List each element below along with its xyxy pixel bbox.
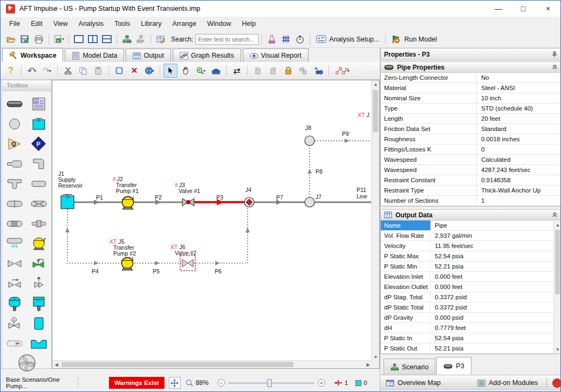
property-row[interactable]: Number of Sections 1 [381, 196, 561, 206]
assigned-pressure-tool[interactable]: P [30, 137, 48, 150]
property-row[interactable]: Nominal Size 10 inch [381, 93, 561, 104]
output-row[interactable]: dP Stag. Total 0.3372 psid [381, 292, 561, 302]
menu-item[interactable]: File [4, 18, 25, 30]
open-file-button[interactable] [4, 33, 17, 46]
minimize-button[interactable]: — [486, 1, 511, 17]
tab-scenario[interactable]: Scenario [384, 359, 435, 375]
tab-model-data[interactable]: Model Data [65, 49, 124, 62]
heat-exchanger-tool[interactable] [5, 217, 24, 230]
area-change-tool[interactable] [5, 118, 24, 130]
pan-tool-button[interactable] [179, 64, 193, 78]
simulation-time-button[interactable] [293, 33, 306, 46]
property-row[interactable]: Restraint Type Thick-Wall Anchor Up [381, 185, 561, 196]
output-row[interactable]: P Static In 52.54 psia [381, 333, 561, 343]
horizontal-scrollbar[interactable]: ◀ ▶ [52, 360, 372, 368]
delete-button[interactable]: ✕ [127, 64, 141, 78]
menu-item[interactable]: Tools [109, 18, 135, 30]
junction-j4-branch[interactable] [244, 197, 254, 207]
property-row[interactable]: Restraint Constant 0.9148358 [381, 175, 561, 185]
relief-valve-tool[interactable] [30, 277, 48, 290]
scenario-manager-button[interactable] [120, 33, 133, 46]
close-button[interactable]: × [536, 1, 560, 17]
reducer-tool[interactable] [5, 157, 24, 170]
tab-p3[interactable]: P3 [436, 357, 471, 375]
vertical-scrollbar[interactable]: ▲ ▼ [371, 80, 379, 361]
tab-output[interactable]: Output [126, 49, 171, 62]
overview-map-button[interactable]: Overview Map [380, 379, 446, 387]
export-excel-button[interactable]: x ▾ [52, 33, 65, 46]
menu-item[interactable]: Window [202, 18, 236, 30]
property-row[interactable]: Length 20 feet [381, 114, 561, 124]
help-button[interactable]: ? [4, 64, 18, 78]
orifice-tool[interactable] [30, 217, 48, 230]
cut-button[interactable] [61, 64, 75, 78]
copy-button[interactable] [76, 64, 90, 78]
output-row[interactable]: Name Pipe [381, 221, 561, 231]
tab-workspace[interactable]: Workspace [2, 48, 63, 62]
property-row[interactable]: Friction Data Set Standard [381, 124, 561, 134]
property-row[interactable]: Type STD (schedule 40) [381, 104, 561, 114]
fluid-properties-button[interactable] [265, 33, 278, 46]
rotate-right-button[interactable] [266, 64, 280, 78]
junction-j8-branch[interactable] [305, 136, 314, 146]
collapse-chevron-icon[interactable] [552, 64, 558, 70]
save-button[interactable] [18, 33, 31, 46]
menu-item[interactable]: Analysis [73, 18, 110, 30]
window-layout-single-button[interactable] [72, 33, 85, 46]
pipe-properties-header[interactable]: Pipe Properties [380, 61, 561, 73]
junction-j5-pump[interactable] [121, 257, 133, 270]
undo-button[interactable]: ↶▾ [25, 64, 39, 78]
reservoir-tool[interactable] [30, 118, 48, 130]
warnings-badge[interactable]: Warnings Exist [109, 377, 165, 389]
output-data-header[interactable]: Output Data [380, 209, 561, 221]
output-row[interactable]: dP Gravity 0.000 psid [381, 313, 561, 323]
valve-tool[interactable] [5, 257, 24, 270]
zoom-to-fit-button[interactable] [169, 377, 181, 389]
addon-modules-button[interactable]: Add-on Modules [472, 379, 543, 387]
output-row[interactable]: dH 0.7779 feet [381, 323, 561, 333]
junction-j3-valve[interactable] [182, 198, 194, 206]
pipe-p9[interactable] [314, 139, 372, 143]
maximize-button[interactable]: □ [511, 1, 536, 17]
turbine-tool[interactable] [18, 356, 36, 369]
workspace-canvas[interactable]: J1 Supply Reservoir #J2 Transfer Pump #1… [52, 80, 380, 369]
menu-item[interactable]: Library [135, 18, 167, 30]
redo-button[interactable]: ↷▾ [40, 64, 54, 78]
gas-accumulator-tool[interactable] [5, 297, 24, 310]
pump-tool[interactable] [30, 237, 48, 250]
property-row[interactable]: Wavespeed Calculated [381, 155, 561, 165]
collapse-chevron-icon[interactable] [552, 212, 558, 218]
property-row[interactable]: Wavespeed 4287.243 feet/sec [381, 165, 561, 175]
annotation-tool[interactable]: A [30, 98, 48, 111]
find-button[interactable] [209, 64, 223, 78]
property-row[interactable]: Fittings/Losses K 0 [381, 145, 561, 155]
pin-icon[interactable] [551, 51, 558, 58]
liquid-accumulator-tool[interactable] [30, 317, 48, 330]
tab-graph-results[interactable]: Graph Results [173, 49, 241, 62]
menu-item[interactable]: Edit [25, 18, 48, 30]
window-layout-vertical-button[interactable] [86, 33, 99, 46]
select-tool-button[interactable] [163, 64, 177, 78]
junction-j7-branch[interactable] [305, 197, 314, 207]
property-row[interactable]: Material Steel - ANSI [381, 83, 561, 93]
branch-tool[interactable] [30, 177, 48, 190]
output-row[interactable]: Velocity 11.95 feet/sec [381, 241, 561, 251]
global-edit-button[interactable] [154, 33, 167, 46]
window-layout-horizontal-button[interactable] [100, 33, 113, 46]
pipe-p8[interactable] [307, 146, 312, 197]
weir-tool[interactable] [30, 337, 48, 350]
status-indicator-icon[interactable] [552, 379, 561, 388]
output-row[interactable]: P Static Min 52.21 psia [381, 262, 561, 272]
analysis-setup-button[interactable]: Analysis Setup... [313, 34, 382, 44]
pipe-tool[interactable] [5, 98, 24, 111]
polyline-style-button[interactable]: ▾ [332, 64, 353, 78]
special-conditions-button[interactable]: ▾ [142, 64, 156, 78]
property-row[interactable]: Roughness 0.0018 inches [381, 134, 561, 145]
output-scrollbar[interactable]: ▲ ▼ [553, 221, 561, 354]
check-valve-tool[interactable] [5, 277, 24, 290]
zoom-in-button[interactable]: + [318, 379, 325, 387]
general-component-tool[interactable] [5, 197, 24, 210]
property-row[interactable]: Zero-Length Connector No [381, 73, 561, 83]
output-row[interactable]: Vol. Flow Rate 2,937 gal/min [381, 231, 561, 241]
output-row[interactable]: dP Static Total 0.3372 psid [381, 302, 561, 313]
